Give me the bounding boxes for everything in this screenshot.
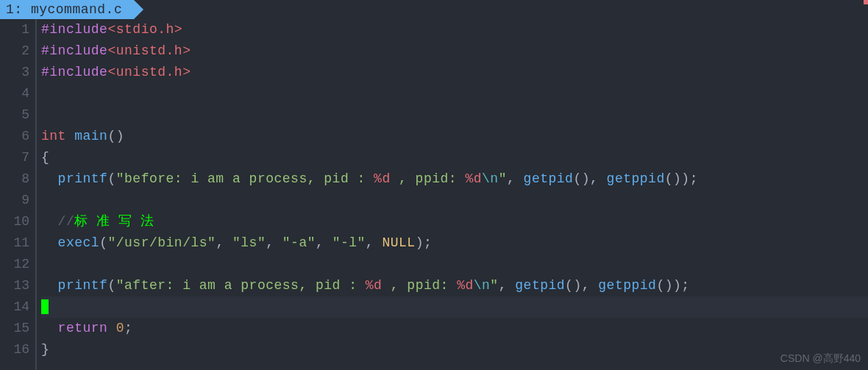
- code-line: return 0;: [41, 318, 868, 339]
- line-number: 7: [0, 147, 29, 168]
- line-number: 8: [0, 168, 29, 190]
- line-number: 1: [0, 19, 29, 40]
- line-number: 13: [0, 275, 29, 296]
- code-line: //标 准 写 法: [41, 211, 868, 232]
- line-number: 3: [0, 62, 29, 83]
- tab-bar: 1: mycommand.c: [0, 0, 868, 19]
- edge-marker-icon: [864, 0, 868, 4]
- code-line: [41, 104, 868, 126]
- line-number: 5: [0, 104, 29, 126]
- code-line: printf("before: i am a process, pid : %d…: [41, 168, 868, 190]
- line-number: 6: [0, 126, 29, 147]
- code-line: printf("after: i am a process, pid : %d …: [41, 275, 868, 296]
- code-line: #include<unistd.h>: [41, 62, 868, 83]
- code-line: {: [41, 147, 868, 168]
- code-line: int main(): [41, 126, 868, 147]
- line-number: 11: [0, 232, 29, 254]
- line-gutter: 1 2 3 4 5 6 7 8 9 10 11 12 13 14 15 16: [0, 19, 37, 370]
- line-number: 14: [0, 296, 29, 318]
- line-number: 16: [0, 339, 29, 360]
- watermark-text: CSDN @高野440: [780, 352, 861, 366]
- line-number: 9: [0, 190, 29, 211]
- line-number: 15: [0, 318, 29, 339]
- file-tab[interactable]: 1: mycommand.c: [0, 0, 134, 19]
- code-line: [41, 254, 868, 275]
- cursor-icon: [41, 299, 49, 314]
- code-line: #include<unistd.h>: [41, 40, 868, 62]
- code-line: execl("/usr/bin/ls", "ls", "-a", "-l", N…: [41, 232, 868, 254]
- code-line-current: [41, 296, 868, 318]
- code-line: }: [41, 339, 868, 360]
- line-number: 4: [0, 83, 29, 104]
- code-line: [41, 83, 868, 104]
- line-number: 10: [0, 211, 29, 232]
- code-line: #include<stdio.h>: [41, 19, 868, 40]
- line-number: 2: [0, 40, 29, 62]
- code-content[interactable]: #include<stdio.h> #include<unistd.h> #in…: [37, 19, 868, 370]
- file-tab-label: 1: mycommand.c: [6, 2, 122, 17]
- code-line: [41, 190, 868, 211]
- line-number: 12: [0, 254, 29, 275]
- editor-area[interactable]: 1 2 3 4 5 6 7 8 9 10 11 12 13 14 15 16 #…: [0, 19, 868, 370]
